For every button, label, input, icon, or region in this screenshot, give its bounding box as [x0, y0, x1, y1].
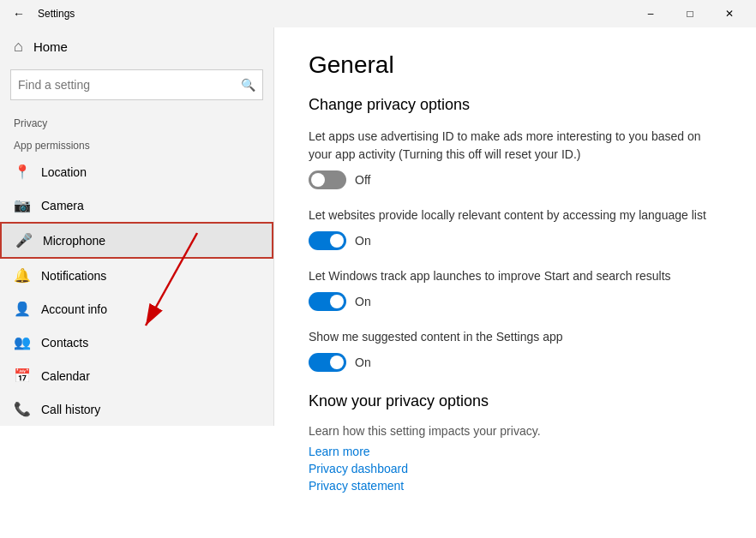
language-list-description: Let websites provide locally relevant co… [309, 206, 722, 224]
search-box[interactable]: 🔍 [10, 69, 263, 100]
privacy-statement-link[interactable]: Privacy statement [309, 479, 722, 493]
sidebar-item-notifications[interactable]: 🔔 Notifications [0, 259, 273, 292]
sidebar-item-account-info[interactable]: 👤 Account info [0, 292, 273, 326]
track-launches-toggle-thumb [330, 295, 344, 308]
advertising-id-toggle-thumb [311, 173, 325, 187]
microphone-label: Microphone [43, 234, 105, 248]
sidebar-item-location[interactable]: 📍 Location [0, 155, 273, 188]
setting-track-launches: Let Windows track app launches to improv… [309, 267, 722, 311]
calendar-label: Calendar [41, 369, 90, 383]
track-launches-toggle[interactable] [309, 292, 346, 311]
sidebar-item-calendar[interactable]: 📅 Calendar [0, 359, 273, 392]
suggested-content-toggle-thumb [330, 356, 344, 369]
sidebar-item-microphone[interactable]: 🎤 Microphone [0, 222, 273, 259]
back-button[interactable]: ← [7, 2, 31, 26]
search-input[interactable] [18, 78, 241, 92]
microphone-icon: 🎤 [15, 232, 33, 248]
main-layout: ⌂ Home 🔍 Privacy App permissions 📍 Locat… [0, 27, 756, 538]
section-heading: Change privacy options [309, 96, 722, 114]
app-title: Settings [31, 8, 631, 20]
language-list-toggle-thumb [330, 234, 344, 248]
suggested-content-state: On [355, 356, 371, 369]
sidebar-item-call-history[interactable]: 📞 Call history [0, 392, 273, 426]
language-list-toggle[interactable] [309, 231, 346, 250]
maximize-button[interactable]: □ [670, 0, 710, 27]
track-launches-description: Let Windows track app launches to improv… [309, 267, 722, 285]
location-icon: 📍 [14, 164, 31, 180]
account-info-label: Account info [41, 302, 107, 316]
sidebar: ⌂ Home 🔍 Privacy App permissions 📍 Locat… [0, 27, 274, 426]
app-permissions-label: App permissions [0, 133, 273, 155]
window-controls: – □ ✕ [631, 0, 749, 27]
setting-suggested-content: Show me suggested content in the Setting… [309, 328, 722, 372]
privacy-dashboard-link[interactable]: Privacy dashboard [309, 462, 722, 475]
sidebar-item-camera[interactable]: 📷 Camera [0, 188, 273, 222]
call-history-icon: 📞 [14, 401, 31, 417]
language-list-state: On [355, 234, 371, 248]
camera-icon: 📷 [14, 197, 31, 213]
sidebar-item-home[interactable]: ⌂ Home [0, 27, 273, 66]
track-launches-state: On [355, 295, 371, 308]
minimize-button[interactable]: – [631, 0, 670, 27]
suggested-content-description: Show me suggested content in the Setting… [309, 328, 722, 346]
track-launches-toggle-row: On [309, 292, 722, 311]
title-bar: ← Settings – □ ✕ [0, 0, 756, 27]
sidebar-item-contacts[interactable]: 👥 Contacts [0, 326, 273, 359]
contacts-label: Contacts [41, 336, 88, 350]
learn-more-link[interactable]: Learn more [309, 445, 722, 458]
suggested-content-toggle[interactable] [309, 353, 346, 372]
notifications-icon: 🔔 [14, 267, 31, 284]
privacy-section-heading: Know your privacy options [309, 392, 722, 410]
home-icon: ⌂ [14, 38, 23, 56]
account-icon: 👤 [14, 301, 31, 317]
search-icon: 🔍 [241, 78, 255, 92]
contacts-icon: 👥 [14, 334, 31, 350]
sidebar-wrapper: ⌂ Home 🔍 Privacy App permissions 📍 Locat… [0, 27, 274, 538]
location-label: Location [41, 165, 87, 179]
advertising-id-toggle-row: Off [309, 170, 722, 189]
setting-advertising-id: Let apps use advertising ID to make ads … [309, 128, 722, 189]
notifications-label: Notifications [41, 269, 106, 283]
privacy-subtitle: Learn how this setting impacts your priv… [309, 424, 722, 438]
close-button[interactable]: ✕ [710, 0, 749, 27]
advertising-id-description: Let apps use advertising ID to make ads … [309, 128, 722, 164]
language-list-toggle-row: On [309, 231, 722, 250]
advertising-id-state: Off [355, 173, 370, 187]
setting-language-list: Let websites provide locally relevant co… [309, 206, 722, 250]
page-title: General [309, 51, 722, 79]
home-label: Home [33, 39, 68, 54]
calendar-icon: 📅 [14, 368, 31, 384]
camera-label: Camera [41, 199, 84, 212]
suggested-content-toggle-row: On [309, 353, 722, 372]
advertising-id-toggle[interactable] [309, 170, 346, 189]
privacy-section: Know your privacy options Learn how this… [309, 392, 722, 493]
call-history-label: Call history [41, 403, 100, 416]
content-area: General Change privacy options Let apps … [274, 27, 756, 538]
privacy-section-label: Privacy [0, 111, 273, 133]
